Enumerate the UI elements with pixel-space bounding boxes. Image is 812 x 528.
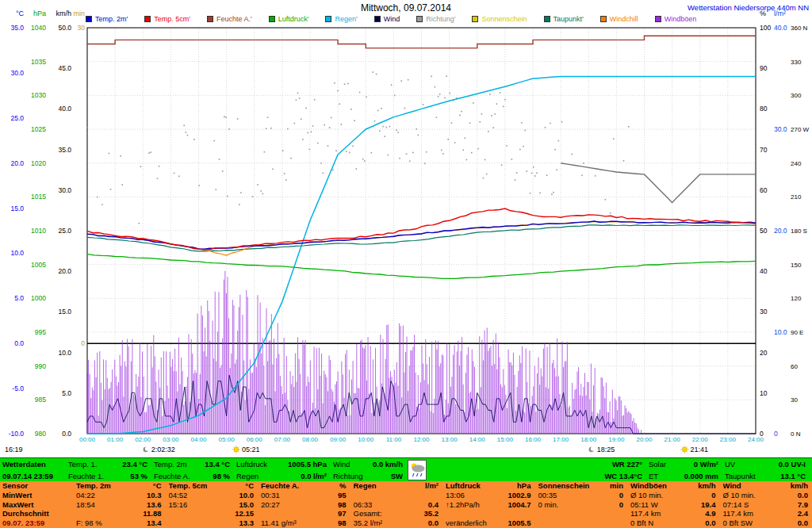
legend-item-taupunkt-[interactable]: Taupunkt' — [544, 15, 584, 23]
table-header-name: Wind — [723, 481, 741, 491]
statusbar-cell: UV0.0 UV-I — [723, 458, 807, 470]
table-cell-time: veränderlich — [446, 518, 487, 528]
direction-dot — [215, 189, 216, 190]
table-cell: 12.15 — [166, 509, 259, 518]
sun-icon-ray — [682, 452, 683, 453]
table-cell: 20:2798 — [258, 500, 350, 510]
x-tick-label: 04:00 — [190, 436, 207, 443]
legend-item-temp-5cm-[interactable]: Temp. 5cm' — [144, 15, 190, 23]
direction-dot — [377, 110, 379, 112]
legend-swatch-icon — [600, 16, 607, 22]
weather-chart[interactable]: °C35.030.025.020.015.010.05.00.0-5.0-10.… — [0, 0, 812, 457]
legend-item-temp-2m-[interactable]: Temp. 2m' — [86, 15, 128, 23]
legend-item-windchill[interactable]: Windchill — [600, 15, 638, 23]
direction-dot — [334, 82, 335, 84]
direction-dot — [435, 86, 436, 88]
direction-dot — [228, 128, 230, 130]
direction-dot — [391, 84, 393, 86]
direction-dot — [290, 158, 292, 159]
tick-label: 990 — [35, 362, 46, 370]
tick-label: 20.0 — [10, 159, 24, 167]
legend-item-sonnenschein[interactable]: Sonnenschein — [472, 15, 527, 23]
table-cell-value: 0.0 — [798, 491, 808, 500]
table-cell-value: 97 — [338, 509, 347, 518]
direction-dot — [486, 174, 488, 175]
sun-moon-time: 21:41 — [690, 446, 708, 453]
direction-dot — [500, 92, 501, 94]
series-luftdruck — [87, 254, 756, 279]
statusbar-column: Temp. 2m13.4 °CFeuchte A.98 % — [152, 458, 232, 481]
direction-dot — [270, 128, 272, 129]
legend-item-windb-en[interactable]: Windböen — [655, 15, 697, 23]
direction-dot — [139, 223, 140, 224]
table-cell-time: 35.2 l/m² — [354, 518, 383, 528]
x-tick-label: 13:00 — [442, 436, 458, 443]
statusbar-label: Taupunkt — [725, 470, 756, 482]
direction-dot — [409, 160, 411, 162]
direction-dot — [491, 115, 492, 117]
x-tick-label: 02:00 — [135, 436, 151, 443]
direction-dot — [297, 93, 299, 94]
direction-dot — [561, 121, 563, 123]
x-tick-label: 10:00 — [358, 436, 374, 443]
direction-dot — [159, 166, 160, 167]
tick-label: 270 W — [791, 126, 810, 133]
tick-label: 35.0 — [58, 146, 71, 154]
sun-icon-ray — [687, 446, 688, 447]
table-header-name: Windböen — [630, 481, 667, 491]
legend-item-feuchte-a-[interactable]: Feuchte A.' — [207, 15, 252, 23]
direction-dot — [344, 83, 346, 85]
sun-icon — [234, 447, 239, 452]
direction-dot — [571, 154, 573, 155]
table-cell: 117.4 km2.4 — [720, 509, 812, 518]
table-cell-value: 0.0 — [705, 518, 715, 528]
table-cell-time: 18:54 — [76, 500, 95, 510]
legend-swatch-icon — [655, 16, 661, 22]
tick-label: 25.0 — [10, 114, 24, 122]
direction-dot — [446, 75, 447, 77]
legend-item-richtung-[interactable]: Richtung' — [416, 15, 455, 23]
direction-dot — [335, 150, 337, 151]
table-header-name: Temp. 2m — [76, 481, 111, 491]
table-cell: Gesamt:35.2 — [350, 509, 443, 518]
table-header-cell: LuftdruckhPa — [442, 481, 535, 491]
legend-item-wind[interactable]: Wind — [374, 15, 400, 23]
table-cell-time: 13:06 — [446, 491, 465, 500]
direction-dot — [519, 149, 521, 151]
direction-dot — [444, 98, 446, 99]
tick-label: 30.0 — [10, 69, 24, 77]
table-header-unit: % — [339, 481, 346, 491]
legend-item-regen-[interactable]: Regen' — [325, 15, 357, 23]
series-richtung-line — [561, 163, 756, 203]
x-tick-label: 01:00 — [107, 436, 124, 443]
sun-moon-time: 18:25 — [597, 446, 615, 453]
direction-dot — [546, 174, 548, 176]
direction-dot — [439, 94, 441, 95]
table-cell-value: 19.4 — [701, 500, 716, 510]
statusbar-value: 1005.5 hPa — [288, 458, 327, 470]
direction-dot — [157, 178, 159, 179]
table-header-cell: Feuchte A.% — [258, 481, 350, 491]
direction-dot — [140, 166, 142, 167]
table-header-unit: l/m² — [425, 481, 439, 491]
statusbar-value: 0 W/m² — [694, 458, 718, 470]
table-cell: 13:061002.9 — [442, 491, 535, 500]
tick-label: 90 E — [791, 329, 803, 336]
table-cell-value: 35.2 — [424, 509, 439, 518]
table-rowname: 09.07. 23:59 — [0, 518, 73, 528]
tick-label: 10.0 — [10, 249, 24, 257]
tick-label: 15.0 — [58, 308, 71, 316]
direction-dot — [227, 196, 228, 197]
direction-dot — [400, 80, 402, 82]
direction-dot — [389, 126, 391, 128]
legend-item-luftdruck-[interactable]: Luftdruck' — [269, 15, 309, 23]
tick-label: 10.0 — [774, 328, 787, 336]
table-header-unit: min — [610, 481, 623, 491]
tick-label: 25.0 — [58, 227, 71, 235]
statusbar-cell: Taupunkt13.1 °C — [723, 470, 807, 482]
table-cell: 06:330.4 — [350, 500, 443, 510]
x-tick-label: 19:00 — [608, 436, 625, 443]
direction-dot — [264, 151, 266, 153]
table-cell: 07:14 S7.9 — [720, 500, 812, 510]
table-cell-value: 0 — [619, 491, 623, 500]
